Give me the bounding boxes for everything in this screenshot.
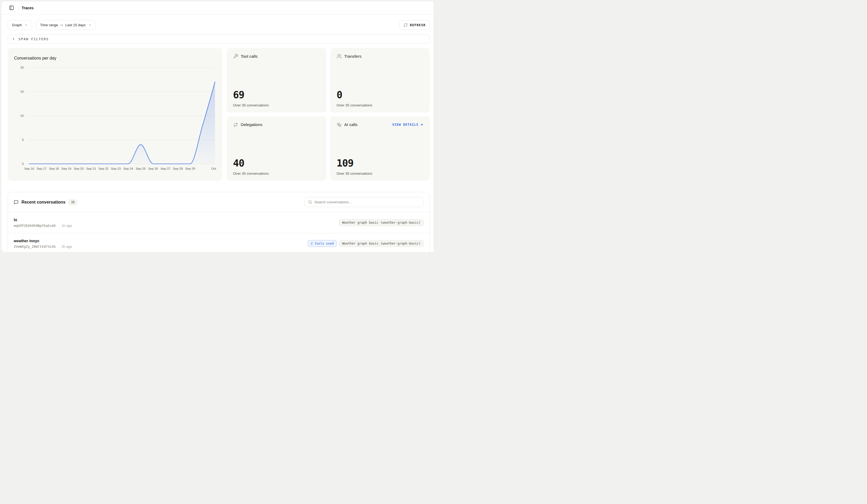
chevron-right-icon — [12, 37, 15, 41]
conversation-title: weather innyc — [14, 239, 72, 243]
svg-text:5: 5 — [22, 138, 24, 141]
chevron-down-icon — [24, 23, 28, 27]
svg-text:Sep 27: Sep 27 — [161, 167, 170, 170]
stat-card-ai-calls: AI callsVIEW DETAILS109Over 35 conversat… — [330, 117, 430, 181]
stat-card-delegations: Delegations40Over 35 conversations — [227, 117, 326, 181]
stat-card-value: 40 — [233, 158, 320, 169]
svg-text:Sep 23: Sep 23 — [111, 167, 121, 170]
main-panel: Traces Graph Time range is Last 15 days — [1, 1, 434, 252]
svg-text:Oct 1: Oct 1 — [211, 167, 216, 170]
svg-text:Sep 26: Sep 26 — [148, 167, 158, 170]
tools-used-badge: 2 tools used — [308, 240, 337, 247]
svg-text:0: 0 — [22, 162, 24, 165]
stat-card-value: 109 — [336, 158, 424, 169]
svg-text:Sep 24: Sep 24 — [123, 167, 133, 170]
conversation-id: mqHZP2EGh9h9BpFEwEs4O — [14, 224, 56, 228]
search-input[interactable] — [314, 200, 420, 204]
conversation-tags: 2 tools usedWeather graph basic (weather… — [308, 240, 424, 247]
stat-card-subtitle: Over 35 conversations — [233, 172, 320, 175]
header-divider — [18, 6, 19, 10]
view-details-label: VIEW DETAILS — [392, 123, 418, 127]
span-filters-label: SPAN FILTERS — [19, 37, 49, 41]
svg-text:Sep 20: Sep 20 — [74, 167, 84, 170]
stat-card-tool-calls: Tool calls69Over 35 conversations — [227, 48, 326, 112]
time-range-field-label: Time range — [40, 23, 58, 27]
stat-card-title: Delegations — [241, 122, 263, 127]
conversation-id: ZVeWXgZy_Z6WltVd73s3G — [14, 245, 56, 248]
refresh-icon — [404, 23, 408, 27]
recent-conversations-title: Recent conversations — [21, 200, 65, 205]
graph-mode-dropdown[interactable]: Graph — [8, 20, 32, 30]
graph-mode-label: Graph — [12, 23, 22, 27]
time-range-value: Last 15 days — [65, 23, 86, 27]
conversation-tags: Weather graph basic (weather-graph-basic… — [339, 219, 424, 226]
arrows-swap-icon — [233, 122, 238, 127]
top-bar: Traces — [1, 1, 434, 14]
conversation-timestamp: 1h ago — [61, 224, 72, 228]
svg-text:Sep 18: Sep 18 — [49, 167, 59, 170]
conversations-chart-svg: 05101520Sep 16Sep 17Sep 18Sep 19Sep 20Se… — [13, 63, 217, 172]
time-range-dropdown[interactable]: Time range is Last 15 days — [36, 20, 96, 30]
stat-card-title: AI calls — [344, 122, 357, 127]
chevron-down-icon — [88, 23, 92, 27]
sidebar-toggle-button[interactable] — [8, 4, 15, 12]
sparkles-icon — [336, 122, 342, 127]
refresh-label: REFRESH — [410, 23, 426, 27]
meta-separator: · — [58, 245, 59, 248]
message-square-icon — [14, 200, 19, 205]
recent-conversations-card: Recent conversations 35 himqHZP2EGh9h9Bp… — [8, 192, 430, 252]
recent-conversations-header: Recent conversations 35 — [8, 192, 429, 212]
stat-card-value: 69 — [233, 89, 320, 100]
stat-cards-grid: Tool calls69Over 35 conversationsTransfe… — [227, 48, 430, 181]
conversation-title: hi — [14, 218, 72, 222]
stat-card-subtitle: Over 35 conversations — [336, 103, 424, 107]
svg-text:Sep 25: Sep 25 — [136, 167, 146, 170]
svg-text:Sep 17: Sep 17 — [37, 167, 46, 170]
conversation-row-hi[interactable]: himqHZP2EGh9h9BpFEwEs4O·1h agoWeather gr… — [8, 212, 429, 233]
search-icon — [308, 200, 312, 204]
svg-text:Sep 28: Sep 28 — [173, 167, 183, 170]
page-title: Traces — [22, 6, 34, 10]
span-filters-toggle[interactable]: SPAN FILTERS — [8, 34, 430, 44]
svg-text:Sep 19: Sep 19 — [61, 167, 71, 170]
svg-text:20: 20 — [20, 66, 24, 69]
chart-title: Conversations per day — [14, 56, 217, 61]
view-details-link[interactable]: VIEW DETAILS — [392, 123, 424, 127]
dashboard-grid: Conversations per day 05101520Sep 16Sep … — [8, 48, 430, 181]
conversation-row-weather-innyc[interactable]: weather innycZVeWXgZy_Z6WltVd73s3G·2h ag… — [8, 233, 429, 252]
stat-card-title: Tool calls — [241, 54, 258, 59]
stat-card-subtitle: Over 35 conversations — [233, 103, 320, 107]
stat-card-value: 0 — [336, 89, 424, 100]
wrench-icon — [233, 54, 238, 59]
search-box — [304, 197, 424, 207]
svg-text:Sep 22: Sep 22 — [99, 167, 108, 170]
users-icon — [336, 54, 342, 59]
svg-text:10: 10 — [20, 114, 24, 117]
svg-text:Sep 29: Sep 29 — [185, 167, 195, 170]
stat-card-title: Transfers — [344, 54, 362, 59]
meta-separator: · — [58, 224, 59, 228]
time-range-operator: is — [60, 23, 63, 27]
stat-card-subtitle: Over 35 conversations — [336, 172, 424, 175]
panel-left-icon — [9, 5, 14, 10]
svg-text:Sep 16: Sep 16 — [24, 167, 34, 170]
svg-text:15: 15 — [20, 90, 24, 93]
conversation-count-badge: 35 — [68, 199, 77, 205]
conversation-timestamp: 2h ago — [61, 245, 72, 248]
stat-card-transfers: Transfers0Over 35 conversations — [330, 48, 430, 112]
arrow-up-right-icon — [420, 123, 424, 127]
agent-badge: Weather graph basic (weather-graph-basic… — [339, 219, 424, 226]
conversation-list: himqHZP2EGh9h9BpFEwEs4O·1h agoWeather gr… — [8, 212, 429, 252]
conversations-chart-card: Conversations per day 05101520Sep 16Sep … — [8, 48, 222, 181]
refresh-button[interactable]: REFRESH — [399, 20, 430, 30]
svg-text:Sep 21: Sep 21 — [86, 167, 96, 170]
filter-toolbar: Graph Time range is Last 15 days REFRESH — [1, 14, 434, 30]
agent-badge: Weather graph basic (weather-graph-basic… — [339, 240, 424, 247]
